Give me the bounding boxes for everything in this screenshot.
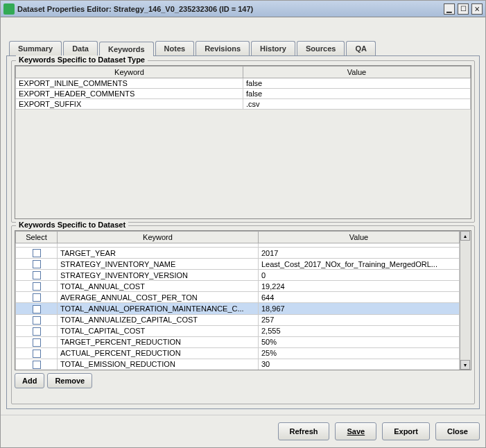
export-button[interactable]: Export: [382, 422, 430, 440]
group-legend: Keywords Specific to Dataset Type: [16, 55, 148, 64]
select-cell[interactable]: [16, 292, 58, 303]
cell-value: 19,224: [259, 281, 460, 292]
select-cell[interactable]: [16, 270, 58, 281]
cell-keyword: EXPORT_HEADER_COMMENTS: [16, 89, 243, 99]
table-row[interactable]: TOTAL_ANNUAL_OPERATION_MAINTENANCE_C...1…: [16, 303, 460, 314]
checkbox-icon[interactable]: [33, 327, 41, 336]
save-button[interactable]: Save: [335, 422, 376, 440]
remove-button[interactable]: Remove: [47, 373, 92, 388]
select-cell[interactable]: [16, 281, 58, 292]
checkbox-icon[interactable]: [33, 293, 41, 302]
app-icon: [3, 3, 15, 15]
table-row[interactable]: ACTUAL_PERCENT_REDUCTION25%: [16, 347, 460, 359]
table-row[interactable]: TOTAL_EMISSION_REDUCTION30: [16, 359, 460, 370]
type-keywords-table: Keyword Value EXPORT_INLINE_COMMENTS fal…: [15, 66, 471, 110]
cell-value: 2017: [259, 248, 460, 259]
footer-buttons: Refresh Save Export Close: [1, 415, 485, 447]
cell-value: 18,967: [259, 303, 460, 314]
content-area: Summary Data Keywords Notes Revisions Hi…: [1, 17, 485, 415]
table-row[interactable]: TARGET_YEAR2017: [16, 248, 460, 259]
scroll-up-icon[interactable]: ▴: [460, 231, 470, 241]
table-row[interactable]: TOTAL_ANNUALIZED_CAPITAL_COST257: [16, 314, 460, 325]
tab-panel-keywords: Keywords Specific to Dataset Type Keywor…: [6, 55, 480, 409]
select-cell[interactable]: [16, 314, 58, 325]
cell-keyword: TOTAL_CAPITAL_COST: [58, 325, 259, 336]
tab-revisions[interactable]: Revisions: [196, 41, 250, 55]
vertical-scrollbar[interactable]: ▴ ▾: [460, 231, 471, 370]
checkbox-icon[interactable]: [33, 305, 41, 313]
select-cell[interactable]: [16, 347, 58, 359]
table-row[interactable]: STRATEGY_INVENTORY_NAMELeast_Cost_2017_N…: [16, 259, 460, 270]
cell-keyword: TARGET_PERCENT_REDUCTION: [58, 336, 259, 347]
cell-keyword: AVERAGE_ANNUAL_COST_PER_TON: [58, 292, 259, 303]
checkbox-icon[interactable]: [33, 361, 41, 369]
cell-value: 2,555: [259, 325, 460, 336]
cell-value: 257: [259, 314, 460, 325]
dataset-keywords-table-wrap: Select Keyword Value TARGET_YEAR2017STRA…: [15, 230, 471, 370]
tab-qa[interactable]: QA: [346, 41, 376, 55]
cell-value: 25%: [259, 347, 460, 359]
cell-value: .csv: [243, 99, 471, 110]
add-button[interactable]: Add: [15, 373, 44, 388]
cell-keyword: TOTAL_ANNUAL_OPERATION_MAINTENANCE_C...: [58, 303, 259, 314]
select-cell[interactable]: [16, 336, 58, 347]
keyword-buttons: Add Remove: [15, 373, 471, 388]
select-cell[interactable]: [16, 259, 58, 270]
checkbox-icon[interactable]: [33, 338, 41, 347]
tab-keywords[interactable]: Keywords: [99, 42, 154, 56]
tab-sources[interactable]: Sources: [297, 41, 345, 55]
checkbox-icon[interactable]: [33, 249, 41, 257]
select-cell[interactable]: [16, 359, 58, 370]
cell-keyword: TARGET_YEAR: [58, 248, 259, 259]
select-cell[interactable]: [16, 325, 58, 336]
checkbox-icon[interactable]: [33, 316, 41, 325]
cell-value: 0: [259, 270, 460, 281]
tab-notes[interactable]: Notes: [155, 41, 195, 55]
table-row[interactable]: STRATEGY_INVENTORY_VERSION0: [16, 270, 460, 281]
group-dataset-type-keywords: Keywords Specific to Dataset Type Keywor…: [11, 60, 475, 223]
table-row[interactable]: EXPORT_SUFFIX .csv: [16, 99, 471, 110]
select-cell[interactable]: [16, 248, 58, 259]
col-header-select[interactable]: Select: [16, 232, 58, 243]
close-button[interactable]: Close: [435, 422, 480, 440]
close-icon[interactable]: ⨯: [471, 3, 483, 15]
tab-summary[interactable]: Summary: [9, 41, 62, 55]
cell-value: 50%: [259, 336, 460, 347]
cell-value: false: [243, 89, 471, 99]
col-header-keyword[interactable]: Keyword: [58, 232, 259, 243]
group-legend: Keywords Specific to Dataset: [16, 221, 128, 229]
table-row[interactable]: TOTAL_CAPITAL_COST2,555: [16, 325, 460, 336]
window-title: Dataset Properties Editor: Strategy_146_…: [17, 5, 441, 13]
group-dataset-keywords: Keywords Specific to Dataset Select Keyw…: [11, 225, 475, 404]
table-row[interactable]: TARGET_PERCENT_REDUCTION50%: [16, 336, 460, 347]
table-row[interactable]: TOTAL_ANNUAL_COST19,224: [16, 281, 460, 292]
col-header-value[interactable]: Value: [243, 67, 471, 78]
checkbox-icon[interactable]: [33, 350, 41, 358]
table-row[interactable]: AVERAGE_ANNUAL_COST_PER_TON644: [16, 292, 460, 303]
minimize-icon[interactable]: ▁: [444, 3, 455, 15]
cell-value: 644: [259, 292, 460, 303]
tab-history[interactable]: History: [251, 41, 295, 55]
checkbox-icon[interactable]: [33, 271, 41, 279]
col-header-keyword[interactable]: Keyword: [16, 67, 243, 78]
table-row[interactable]: EXPORT_INLINE_COMMENTS false: [16, 78, 471, 89]
tab-data[interactable]: Data: [63, 41, 98, 55]
dataset-keywords-table: Select Keyword Value TARGET_YEAR2017STRA…: [15, 231, 460, 370]
select-cell[interactable]: [16, 303, 58, 314]
cell-keyword: STRATEGY_INVENTORY_VERSION: [58, 270, 259, 281]
checkbox-icon[interactable]: [33, 282, 41, 291]
table-row[interactable]: EXPORT_HEADER_COMMENTS false: [16, 89, 471, 99]
cell-keyword: EXPORT_INLINE_COMMENTS: [16, 78, 243, 89]
maximize-icon[interactable]: ☐: [458, 3, 469, 15]
cell-keyword: TOTAL_ANNUALIZED_CAPITAL_COST: [58, 314, 259, 325]
checkbox-icon[interactable]: [33, 260, 41, 268]
refresh-button[interactable]: Refresh: [278, 422, 330, 440]
cell-keyword: TOTAL_EMISSION_REDUCTION: [58, 359, 259, 370]
cell-value: 30: [259, 359, 460, 370]
window-frame: Dataset Properties Editor: Strategy_146_…: [0, 0, 486, 448]
scroll-down-icon[interactable]: ▾: [460, 360, 470, 370]
cell-keyword: TOTAL_ANNUAL_COST: [58, 281, 259, 292]
col-header-value[interactable]: Value: [259, 232, 460, 243]
cell-value: false: [243, 78, 471, 89]
cell-keyword: STRATEGY_INVENTORY_NAME: [58, 259, 259, 270]
